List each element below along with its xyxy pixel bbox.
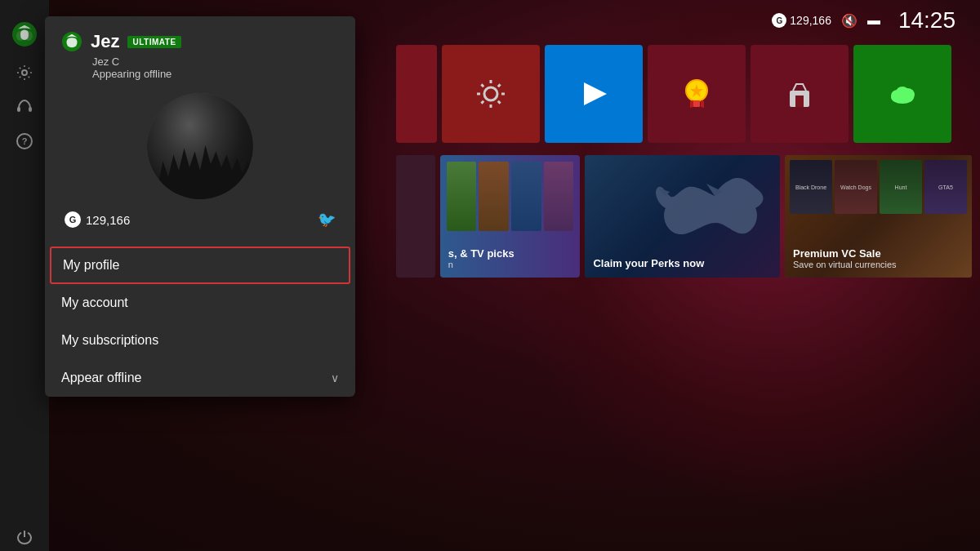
svg-rect-4 [17, 107, 20, 112]
store-icon [783, 78, 816, 110]
play-icon [577, 78, 610, 110]
svg-point-8 [484, 87, 497, 100]
banner-vc-subtitle: Save on virtual currencies [793, 260, 897, 269]
menu-item-my-account[interactable]: My account [45, 284, 355, 322]
appear-offline-label: Appear offline [61, 371, 141, 385]
banner-tv-picks[interactable]: s, & TV picks n [440, 155, 581, 278]
status: Appearing offline [92, 68, 339, 80]
svg-marker-9 [584, 82, 607, 105]
sidebar-item-power[interactable] [0, 523, 49, 551]
tile-media[interactable] [545, 45, 643, 143]
banner-perks[interactable]: Claim your Perks now [585, 155, 780, 278]
top-bar-right: G 129,166 🔇 ▬ 14:25 [772, 7, 956, 33]
tile-store[interactable] [751, 45, 849, 143]
avatar-forest-bg [147, 93, 253, 199]
banner-tv-title: s, & TV picks [448, 247, 514, 260]
question-icon: ? [16, 132, 33, 150]
twitter-icon[interactable]: 🐦 [318, 211, 336, 229]
mute-icon: 🔇 [841, 13, 858, 29]
g-circle-icon: G [65, 211, 81, 228]
svg-marker-13 [690, 100, 693, 108]
tile-partial[interactable] [396, 45, 437, 143]
gamerscore-display: G 129,166 [772, 13, 831, 28]
xbox-logo-panel-icon [61, 31, 82, 52]
svg-rect-5 [29, 107, 32, 112]
chevron-down-icon: ∨ [331, 371, 339, 384]
clock: 14:25 [898, 7, 956, 33]
gamerscore-row: G 129,166 🐦 [61, 211, 339, 229]
svg-rect-12 [693, 100, 700, 107]
svg-point-20 [896, 87, 909, 98]
svg-point-3 [22, 70, 27, 75]
bottom-row-1: s, & TV picks n Claim your Perks now [396, 155, 972, 278]
menu-item-my-subscriptions[interactable]: My subscriptions [45, 322, 355, 359]
headset-icon [16, 98, 33, 116]
gamerscore-value: 129,166 [790, 14, 831, 27]
banner-vc-text: Premium VC Sale Save on virtual currenci… [793, 247, 897, 269]
gear-icon [16, 64, 33, 82]
banner-tv-subtitle: n [448, 260, 514, 269]
sidebar-item-settings[interactable] [0, 59, 49, 87]
profile-name-row: Jez ULTIMATE [61, 31, 339, 52]
profile-panel: Jez ULTIMATE Jez C Appearing offline G 1… [45, 16, 355, 397]
battery-icon: ▬ [867, 13, 880, 28]
full-name: Jez C [92, 56, 339, 68]
svg-text:?: ? [22, 136, 28, 146]
my-subscriptions-label: My subscriptions [61, 333, 158, 348]
sidebar: ? [0, 0, 49, 551]
banner-vc-sale[interactable]: Black Drone Watch Dogs Hunt GTA5 Premium… [785, 155, 972, 278]
svg-rect-16 [795, 96, 804, 107]
dragon-icon [625, 163, 772, 261]
my-account-label: My account [61, 295, 128, 310]
sidebar-item-audio[interactable] [0, 93, 49, 121]
banner-perks-title: Claim your Perks now [593, 257, 704, 269]
tile-gear-icon [470, 73, 511, 114]
cloud-icon [886, 78, 919, 110]
panel-gamerscore: 129,166 [86, 213, 130, 227]
tiles-row-1 [396, 45, 972, 143]
gamerscore-icon: G [772, 13, 786, 28]
menu-item-appear-offline[interactable]: Appear offline ∨ [45, 359, 355, 397]
bottom-area: s, & TV picks n Claim your Perks now [396, 155, 972, 282]
menu-item-my-profile[interactable]: My profile [50, 247, 350, 284]
ultimate-badge: ULTIMATE [127, 36, 180, 48]
banner-perks-text: Claim your Perks now [593, 257, 704, 269]
svg-marker-14 [701, 100, 704, 108]
menu-items: My profile My account My subscriptions A… [45, 247, 355, 397]
tile-gamepass[interactable] [853, 45, 951, 143]
profile-header: Jez ULTIMATE Jez C Appearing offline G 1… [45, 16, 355, 242]
avatar-container [61, 93, 339, 199]
sidebar-item-help[interactable]: ? [0, 127, 49, 155]
tiles-area [396, 45, 972, 148]
power-icon [16, 528, 33, 546]
partial-banner-left [396, 155, 435, 278]
my-profile-label: My profile [63, 258, 119, 273]
medal-icon [679, 76, 715, 113]
banner-tv-text: s, & TV picks n [448, 247, 514, 269]
tile-achievements[interactable] [648, 45, 746, 143]
avatar [147, 93, 253, 199]
gamerscore-left: G 129,166 [65, 211, 130, 228]
banner-vc-title: Premium VC Sale [793, 247, 897, 260]
username: Jez [91, 31, 119, 52]
tile-settings[interactable] [442, 45, 540, 143]
